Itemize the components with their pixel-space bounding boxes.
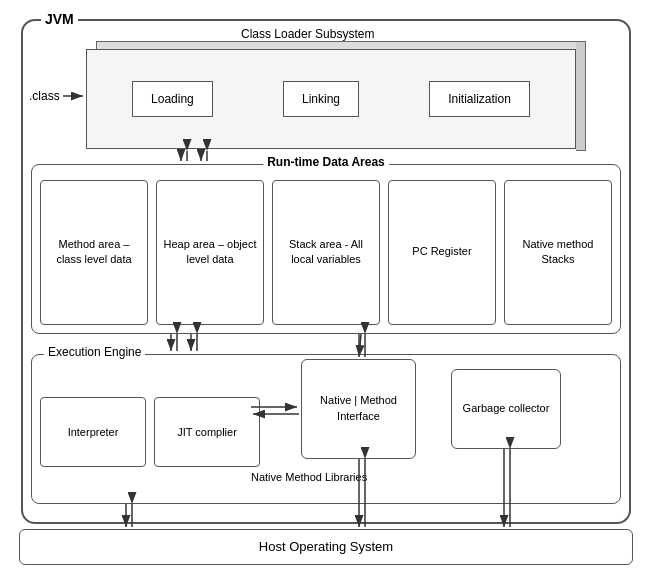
runtime-boxes: Method area – class level data Heap area… [40, 180, 612, 325]
native-method-interface-box: Native | Method Interface [301, 359, 416, 459]
initialization-box: Initialization [429, 81, 530, 117]
native-method-stacks-box: Native method Stacks [504, 180, 612, 325]
jvm-label: JVM [41, 11, 78, 27]
host-os-label: Host Operating System [259, 539, 393, 554]
jit-compiler-box: JIT complier [154, 397, 260, 467]
host-os-box: Host Operating System [19, 529, 633, 565]
execution-inner: Interpreter JIT complier [40, 370, 260, 495]
stack-area-box: Stack area - All local variables [272, 180, 380, 325]
interpreter-box: Interpreter [40, 397, 146, 467]
execution-label: Execution Engine [44, 345, 145, 359]
box-main-face: Loading Linking Initialization [86, 49, 576, 149]
native-method-interface-label: Native | Method Interface [302, 393, 415, 424]
linking-box: Linking [283, 81, 359, 117]
runtime-section: Run-time Data Areas Method area – class … [31, 164, 621, 334]
garbage-collector-label: Garbage collector [463, 401, 550, 416]
native-method-libraries-label: Native Method Libraries [251, 471, 367, 483]
dot-class-label: .class [29, 89, 60, 103]
garbage-collector-box: Garbage collector [451, 369, 561, 449]
runtime-label: Run-time Data Areas [263, 155, 389, 169]
pc-register-box: PC Register [388, 180, 496, 325]
box-right-face [576, 41, 586, 151]
heap-area-box: Heap area – object level data [156, 180, 264, 325]
class-loader-3d-container: Loading Linking Initialization [86, 41, 586, 151]
diagram-wrapper: JVM Class Loader Subsystem Loading Linki… [11, 9, 641, 569]
class-loader-label: Class Loader Subsystem [241, 27, 374, 41]
loader-items-container: Loading Linking Initialization [87, 50, 575, 148]
method-area-box: Method area – class level data [40, 180, 148, 325]
loading-box: Loading [132, 81, 213, 117]
